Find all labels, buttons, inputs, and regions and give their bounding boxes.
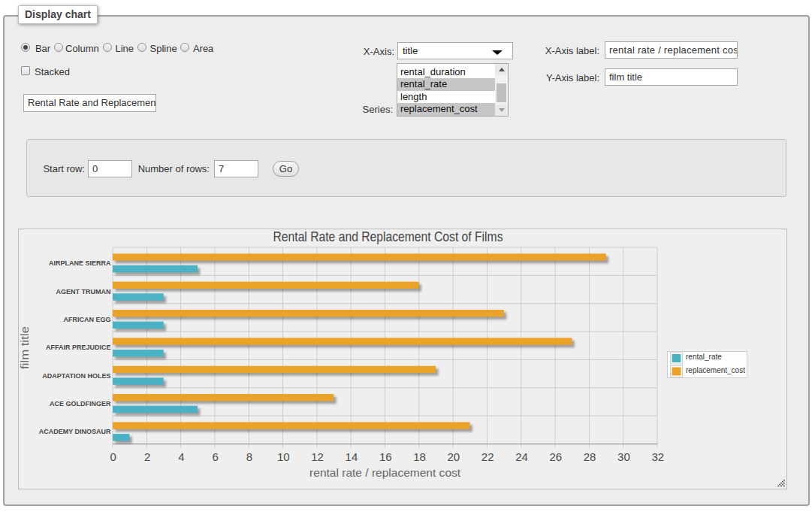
svg-text:30: 30 <box>617 450 630 463</box>
svg-text:8: 8 <box>246 450 252 463</box>
svg-text:4: 4 <box>178 450 184 463</box>
svg-text:2: 2 <box>144 450 150 463</box>
svg-text:rental rate / replacement cost: rental rate / replacement cost <box>309 466 461 479</box>
svg-text:AGENT TRUMAN: AGENT TRUMAN <box>56 288 111 295</box>
svg-text:AFRICAN EGG: AFRICAN EGG <box>64 316 111 323</box>
svg-text:replacement_cost: replacement_cost <box>686 366 745 374</box>
svg-text:film title: film title <box>19 326 31 369</box>
svg-text:12: 12 <box>311 450 324 463</box>
svg-text:ADAPTATION HOLES: ADAPTATION HOLES <box>42 372 110 380</box>
svg-text:6: 6 <box>213 450 219 463</box>
svg-text:32: 32 <box>651 450 664 463</box>
svg-text:14: 14 <box>346 450 358 463</box>
svg-text:rental_rate: rental_rate <box>686 353 722 361</box>
svg-text:18: 18 <box>413 450 426 463</box>
svg-text:16: 16 <box>379 450 392 463</box>
svg-text:0: 0 <box>110 450 116 463</box>
svg-text:AFFAIR PREJUDICE: AFFAIR PREJUDICE <box>46 344 111 351</box>
svg-text:28: 28 <box>584 450 596 463</box>
svg-text:26: 26 <box>549 450 562 463</box>
svg-text:AIRPLANE SIERRA: AIRPLANE SIERRA <box>49 259 111 267</box>
svg-text:ACADEMY DINOSAUR: ACADEMY DINOSAUR <box>39 428 111 435</box>
svg-text:24: 24 <box>515 450 528 463</box>
svg-text:20: 20 <box>448 450 460 463</box>
svg-text:22: 22 <box>481 450 494 463</box>
svg-text:ACE GOLDFINGER: ACE GOLDFINGER <box>50 400 111 407</box>
svg-text:Rental Rate and Replacement Co: Rental Rate and Replacement Cost of Film… <box>273 229 503 244</box>
svg-text:10: 10 <box>277 450 290 463</box>
